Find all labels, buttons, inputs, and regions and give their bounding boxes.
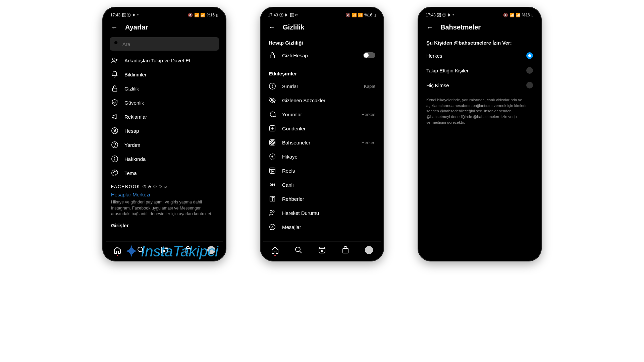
menu-label: Reels xyxy=(282,168,295,174)
svg-point-15 xyxy=(116,171,116,172)
section-interactions: Etkileşimler xyxy=(263,65,381,79)
status-icons-right: 🔇 📶 📶 xyxy=(188,13,205,17)
svg-line-1 xyxy=(117,44,118,45)
menu-status: Herkes xyxy=(362,112,375,117)
radio-everyone[interactable]: Herkes xyxy=(421,48,538,63)
menu-hidden-words[interactable]: Gizlenen Sözcükler xyxy=(263,93,381,107)
menu-privacy[interactable]: Gizlilik xyxy=(106,81,223,96)
svg-rect-46 xyxy=(319,247,325,253)
status-icons-left: 🖼 ⓕ ▶ • xyxy=(437,12,454,18)
eye-off-icon xyxy=(269,97,276,104)
menu-security[interactable]: Güvenlik xyxy=(106,96,223,110)
help-icon xyxy=(111,141,118,148)
watermark-logo: ✦ InstaTakipci xyxy=(124,241,218,261)
bottom-nav xyxy=(263,241,381,258)
facebook-section-label: FACEBOOK ⓕ ◔ ◎ ✆ ⬭ xyxy=(106,180,223,190)
menu-status: Kapat xyxy=(364,84,375,89)
svg-point-13 xyxy=(113,172,114,173)
menu-posts[interactable]: Gönderiler xyxy=(263,121,381,135)
menu-mentions[interactable]: Bahsetmeler Herkes xyxy=(263,135,381,149)
status-icons-left: ⓕ ▶ 🖼 ⟳ xyxy=(279,12,298,18)
menu-ads[interactable]: Reklamlar xyxy=(106,110,223,124)
logins-section-label: Girişler xyxy=(106,221,223,230)
menu-label: Hesap xyxy=(124,128,139,134)
menu-activity-status[interactable]: Hareket Durumu xyxy=(263,206,381,220)
plus-square-icon xyxy=(269,125,276,132)
battery-icon: ▯ xyxy=(216,13,218,17)
nav-reels[interactable] xyxy=(318,246,326,254)
back-arrow-icon[interactable]: ← xyxy=(269,23,275,31)
menu-label: Gizlilik xyxy=(124,86,139,92)
menu-label: Mesajlar xyxy=(282,224,301,230)
menu-about[interactable]: Hakkında xyxy=(106,152,223,166)
status-bar: 17:43 ⓕ ▶ 🖼 ⟳ 🔇 📶 📶 %16 ▯ xyxy=(263,10,381,19)
accounts-center-link[interactable]: Hesaplar Merkezi xyxy=(106,190,223,199)
nav-shop[interactable] xyxy=(341,246,350,254)
menu-messages[interactable]: Mesajlar xyxy=(263,220,381,234)
back-arrow-icon[interactable]: ← xyxy=(111,23,118,31)
nav-search[interactable] xyxy=(294,246,303,254)
menu-label: Bahsetmeler xyxy=(282,140,310,145)
private-account-label: Gizli Hesap xyxy=(282,53,308,58)
radio-label: Takip Ettiğin Kişiler xyxy=(426,68,469,73)
menu-theme[interactable]: Tema xyxy=(106,166,223,180)
lock-icon xyxy=(111,85,118,92)
mentions-description: Kendi hikayelerinde, yorumlarında, canlı… xyxy=(421,93,538,130)
search-input[interactable] xyxy=(110,37,219,51)
star-icon: ✦ xyxy=(124,241,139,261)
nav-home[interactable] xyxy=(271,246,279,254)
menu-label: Yardım xyxy=(124,142,140,148)
reels-icon xyxy=(269,167,276,174)
svg-point-14 xyxy=(114,171,115,172)
private-account-toggle-row[interactable]: Gizli Hesap xyxy=(263,48,381,62)
private-account-toggle[interactable] xyxy=(363,52,375,58)
lock-icon xyxy=(269,52,276,59)
svg-point-33 xyxy=(271,141,273,143)
nav-home[interactable] xyxy=(113,246,121,254)
page-title: Gizlilik xyxy=(283,23,304,31)
divider xyxy=(263,64,381,64)
status-time: 17:43 xyxy=(110,13,120,17)
search-field[interactable] xyxy=(122,41,215,47)
page-title: Bahsetmeler xyxy=(440,23,481,31)
palette-icon xyxy=(111,169,118,177)
menu-notifications[interactable]: Bildirimler xyxy=(106,67,223,81)
menu-label: Hakkında xyxy=(124,156,146,162)
svg-point-12 xyxy=(114,157,115,158)
back-arrow-icon[interactable]: ← xyxy=(426,23,433,31)
menu-invite-friends[interactable]: Arkadaşları Takip ve Davet Et xyxy=(106,53,223,67)
menu-label: Sınırlar xyxy=(282,83,298,89)
info-icon xyxy=(111,155,118,163)
menu-guides[interactable]: Rehberler xyxy=(263,192,381,206)
menu-story[interactable]: Hikaye xyxy=(263,149,381,164)
menu-label: Yorumlar xyxy=(282,112,302,117)
menu-limits[interactable]: Sınırlar Kapat xyxy=(263,79,381,93)
menu-live[interactable]: Canlı xyxy=(263,178,381,192)
status-bar: 17:43 🖼 ⓕ ▶ • 🔇 📶 📶 %16 ▯ xyxy=(106,10,223,19)
svg-rect-23 xyxy=(270,55,275,58)
menu-account[interactable]: Hesap xyxy=(106,124,223,138)
mentions-allow-heading: Şu Kişiden @bahsetmelere İzin Ver: xyxy=(421,35,538,48)
person-plus-icon xyxy=(111,57,118,64)
bell-icon xyxy=(111,71,118,78)
battery-icon: ▯ xyxy=(531,13,534,17)
activity-icon xyxy=(269,209,276,217)
radio-button[interactable] xyxy=(526,52,533,59)
svg-point-0 xyxy=(114,41,117,44)
svg-point-9 xyxy=(114,146,115,146)
nav-profile[interactable] xyxy=(365,246,373,254)
at-icon xyxy=(269,139,276,146)
svg-point-43 xyxy=(273,211,275,213)
svg-rect-5 xyxy=(113,88,117,91)
menu-help[interactable]: Yardım xyxy=(106,138,223,152)
radio-button[interactable] xyxy=(526,82,533,88)
svg-point-26 xyxy=(272,87,272,88)
radio-noone[interactable]: Hiç Kimse xyxy=(421,78,538,93)
menu-comments[interactable]: Yorumlar Herkes xyxy=(263,107,381,121)
status-battery: %16 xyxy=(207,13,215,17)
alert-icon xyxy=(269,82,276,90)
radio-button[interactable] xyxy=(526,67,533,74)
section-account-privacy: Hesap Gizliliği xyxy=(263,35,381,48)
menu-reels[interactable]: Reels xyxy=(263,164,381,178)
radio-following[interactable]: Takip Ettiğin Kişiler xyxy=(421,63,538,78)
